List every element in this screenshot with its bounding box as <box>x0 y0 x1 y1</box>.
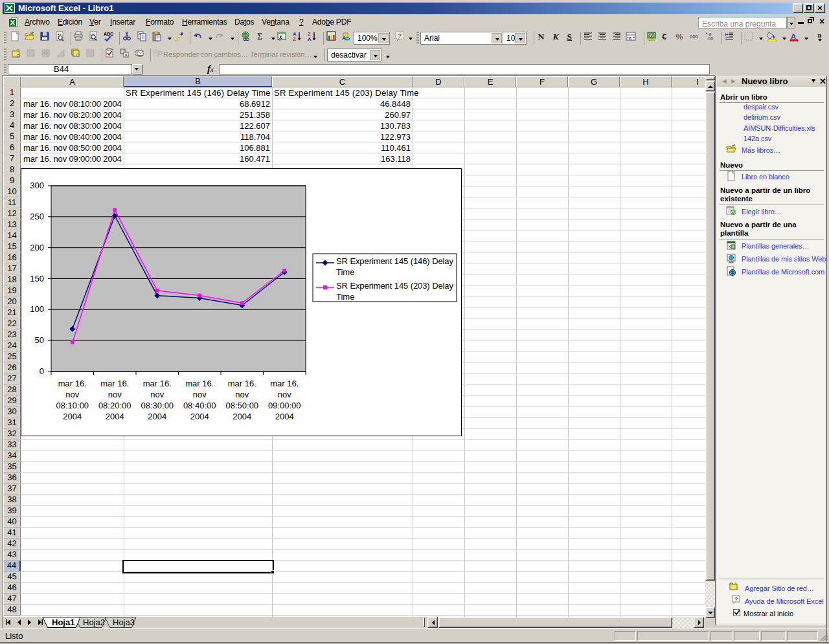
svg-text:SR Experiment 145 (203) Delay: SR Experiment 145 (203) Delay <box>336 281 454 291</box>
svg-text:?: ? <box>734 596 738 603</box>
svg-text:A: A <box>342 35 346 41</box>
svg-text:.00: .00 <box>707 36 713 41</box>
svg-text:N: N <box>538 32 545 41</box>
svg-text:nov: nov <box>278 390 291 399</box>
svg-text:50: 50 <box>35 335 44 345</box>
svg-text:nov: nov <box>65 390 79 399</box>
svg-text:Hoja1: Hoja1 <box>52 617 74 627</box>
svg-text:S: S <box>567 32 573 41</box>
svg-text:9: 9 <box>650 33 653 38</box>
svg-text:08:40:00: 08:40:00 <box>183 401 216 410</box>
svg-text:ABC: ABC <box>104 32 113 36</box>
svg-text:Z: Z <box>293 36 296 41</box>
svg-text:08:20:00: 08:20:00 <box>98 401 131 410</box>
svg-text:2004: 2004 <box>106 412 124 421</box>
svg-text:mar 16.: mar 16. <box>143 379 172 388</box>
svg-text:2004: 2004 <box>233 412 251 421</box>
svg-text:A: A <box>791 32 796 40</box>
svg-text:300: 300 <box>30 181 44 190</box>
svg-text:08:10:00: 08:10:00 <box>56 401 89 410</box>
svg-text:?: ? <box>398 32 402 39</box>
svg-text:09:00:00: 09:00:00 <box>268 401 301 410</box>
svg-text:250: 250 <box>30 212 44 221</box>
svg-text:mar 16.: mar 16. <box>100 379 129 388</box>
svg-text:mar 16.: mar 16. <box>58 379 87 388</box>
svg-text:nov: nov <box>150 390 164 399</box>
svg-text:mar 16.: mar 16. <box>228 379 256 388</box>
svg-text:SR Experiment 145 (146) Delay: SR Experiment 145 (146) Delay <box>336 256 454 266</box>
svg-text:200: 200 <box>30 243 44 252</box>
svg-text:mar 16.: mar 16. <box>270 379 299 388</box>
svg-text:150: 150 <box>30 274 44 283</box>
svg-text:Σ: Σ <box>257 32 262 41</box>
svg-text:mar 16.: mar 16. <box>185 379 214 388</box>
svg-text:2004: 2004 <box>275 412 294 421</box>
svg-text:€: € <box>662 32 666 41</box>
svg-text:nov: nov <box>235 390 249 399</box>
svg-text:2004: 2004 <box>63 412 82 421</box>
svg-text:000: 000 <box>690 34 698 39</box>
svg-text:08:30:00: 08:30:00 <box>141 401 174 410</box>
svg-text:100: 100 <box>30 304 44 314</box>
svg-text:A: A <box>308 36 312 41</box>
svg-text:K: K <box>552 32 560 41</box>
svg-text:a: a <box>629 36 631 40</box>
svg-text:Time: Time <box>336 267 354 277</box>
svg-text:0: 0 <box>40 366 44 376</box>
svg-text:2004: 2004 <box>190 412 209 421</box>
svg-text:Hoja3: Hoja3 <box>113 617 135 627</box>
svg-text:2004: 2004 <box>148 412 166 421</box>
svg-text:nov: nov <box>108 390 122 399</box>
svg-text:%: % <box>676 32 683 41</box>
svg-text:Time: Time <box>336 292 354 302</box>
svg-text:Hoja2: Hoja2 <box>83 617 105 627</box>
svg-text:08:50:00: 08:50:00 <box>225 401 258 410</box>
svg-text:nov: nov <box>193 390 207 399</box>
